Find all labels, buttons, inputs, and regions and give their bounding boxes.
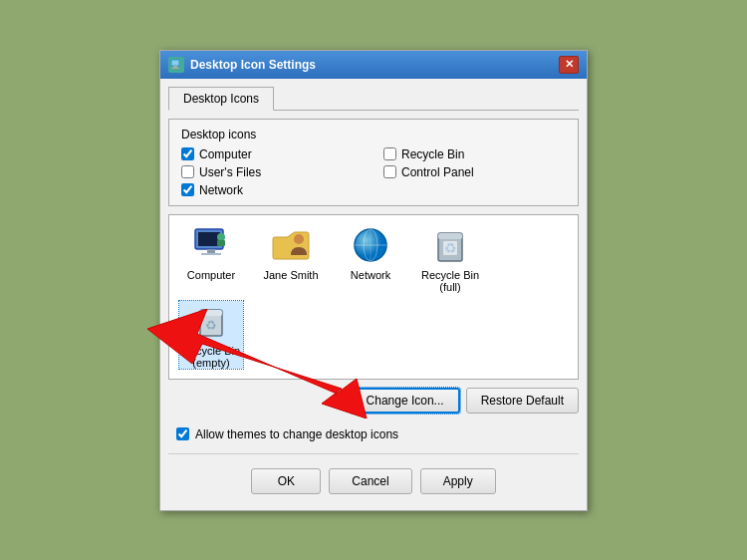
dialog-body: Desktop Icons Desktop icons Computer Rec…	[160, 79, 587, 510]
recycle-empty-icon-label: Recycle Bin(empty)	[182, 345, 240, 369]
bottom-buttons: OK Cancel Apply	[168, 460, 579, 502]
computer-label: Computer	[199, 147, 252, 161]
network-icon-img	[351, 225, 390, 265]
computer-icon-img	[191, 225, 231, 265]
icon-recycle-full[interactable]: ♻ Recycle Bin(full)	[418, 225, 482, 293]
icon-jane-smith[interactable]: Jane Smith	[259, 225, 323, 281]
svg-rect-5	[198, 232, 220, 246]
svg-text:♻: ♻	[205, 318, 217, 333]
svg-rect-18	[443, 241, 457, 255]
icon-computer[interactable]: Computer	[179, 225, 243, 281]
allow-themes-row: Allow themes to change desktop icons	[168, 421, 579, 447]
checkbox-computer[interactable]: Computer	[181, 147, 364, 161]
recycle-full-icon-label: Recycle Bin(full)	[421, 269, 479, 293]
jane-smith-icon-img	[271, 225, 311, 265]
ok-button[interactable]: OK	[251, 468, 321, 494]
recycle-bin-checkbox[interactable]	[383, 147, 396, 160]
control-panel-label: Control Panel	[401, 165, 474, 179]
close-button[interactable]: ✕	[559, 56, 579, 74]
checkbox-users-files[interactable]: User's Files	[181, 165, 364, 179]
users-files-label: User's Files	[199, 165, 261, 179]
checkbox-network[interactable]: Network	[181, 183, 364, 197]
checkbox-grid: Computer Recycle Bin User's Files Contro…	[181, 147, 566, 197]
icon-network[interactable]: Network	[339, 225, 402, 281]
change-icon-button[interactable]: Change Icon...	[351, 388, 460, 414]
allow-themes-label: Allow themes to change desktop icons	[195, 427, 398, 441]
control-panel-checkbox[interactable]	[383, 165, 396, 178]
tab-bar: Desktop Icons	[168, 87, 579, 111]
svg-rect-20	[200, 310, 222, 316]
computer-checkbox[interactable]	[181, 147, 194, 160]
checkbox-control-panel[interactable]: Control Panel	[383, 165, 566, 179]
allow-themes-checkbox[interactable]	[176, 427, 189, 440]
dialog-window: Desktop Icon Settings ✕ Desktop Icons De…	[159, 50, 588, 511]
dialog-title: Desktop Icon Settings	[190, 58, 559, 72]
title-bar: Desktop Icon Settings ✕	[160, 51, 587, 79]
svg-rect-3	[171, 68, 179, 69]
icon-row-1: Computer Jane Smith	[179, 225, 568, 293]
title-bar-icon	[168, 57, 184, 73]
svg-rect-6	[207, 249, 215, 253]
icon-preview-box: Computer Jane Smith	[168, 214, 579, 380]
desktop-icons-section: Desktop icons Computer Recycle Bin User'…	[168, 119, 579, 206]
icon-row-2: ♻ Recycle Bin(empty)	[179, 301, 568, 369]
restore-default-button[interactable]: Restore Default	[466, 388, 579, 414]
svg-rect-16	[438, 233, 462, 239]
action-buttons: Change Icon... Restore Default	[168, 388, 579, 414]
svg-rect-7	[201, 253, 221, 255]
cancel-button[interactable]: Cancel	[329, 468, 411, 494]
network-icon-label: Network	[351, 269, 390, 281]
checkbox-recycle-bin[interactable]: Recycle Bin	[383, 147, 566, 161]
recycle-full-icon-img: ♻	[430, 225, 470, 265]
tab-desktop-icons[interactable]: Desktop Icons	[168, 87, 274, 111]
network-label: Network	[199, 183, 243, 197]
network-checkbox[interactable]	[181, 183, 194, 196]
apply-button[interactable]: Apply	[420, 468, 496, 494]
recycle-bin-label: Recycle Bin	[401, 147, 464, 161]
users-files-checkbox[interactable]	[181, 165, 194, 178]
icon-recycle-empty[interactable]: ♻ Recycle Bin(empty)	[179, 301, 243, 369]
bottom-separator	[168, 453, 579, 454]
recycle-empty-icon-img: ♻	[191, 301, 231, 341]
svg-point-10	[294, 234, 304, 244]
svg-rect-2	[173, 66, 177, 68]
svg-rect-9	[217, 240, 225, 246]
svg-point-8	[217, 233, 225, 241]
computer-icon-label: Computer	[187, 269, 235, 281]
section-title: Desktop icons	[181, 128, 566, 141]
svg-rect-1	[171, 60, 179, 66]
jane-smith-icon-label: Jane Smith	[263, 269, 318, 281]
